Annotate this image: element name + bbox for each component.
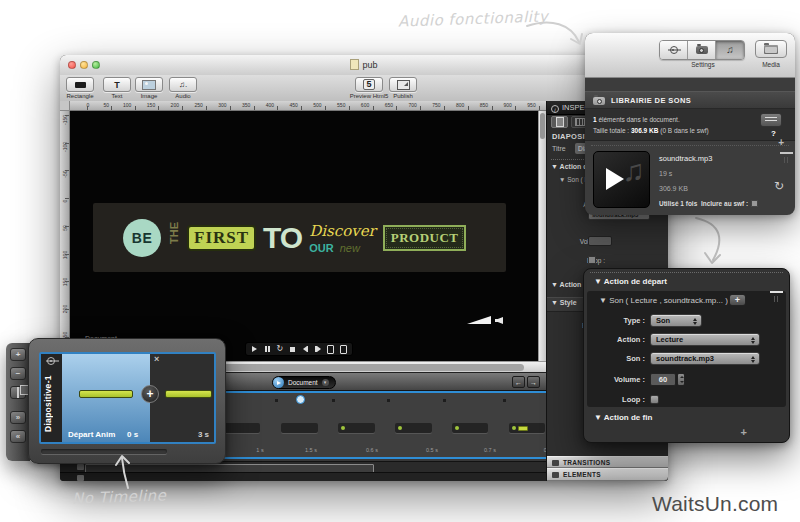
previous-slide-button[interactable]: ← (512, 376, 525, 388)
banner-discover: Discover (309, 222, 375, 240)
banner-be-circle: BE (123, 219, 161, 257)
add-end-action-button[interactable]: + (741, 426, 747, 438)
canvas[interactable]: BE THE FIRST TO Discover OUR new PRODUCT (70, 111, 538, 361)
elements-icon (552, 472, 559, 478)
slide-item[interactable]: Diapositive-1 + × Départ Anim 0 s 3 s (39, 352, 216, 444)
keyframe-marker[interactable] (503, 399, 506, 402)
gear-icon[interactable] (47, 357, 55, 365)
text-tool-button[interactable]: T Text (100, 77, 134, 99)
elements-bar[interactable]: ELEMENTS (547, 468, 668, 481)
step-back-button[interactable] (301, 345, 310, 354)
transitions-bar[interactable]: TRANSITIONS (547, 456, 668, 468)
refresh-sound-button[interactable]: ↻ (774, 180, 784, 192)
timeline-slot[interactable] (395, 423, 432, 433)
add-keyframe-button[interactable]: + (141, 385, 159, 403)
sound-thumbnail[interactable]: ♫ (593, 151, 650, 208)
image-tool-button[interactable]: Image (132, 77, 166, 99)
text-icon: T (114, 80, 120, 90)
loop-label: Loop : (547, 257, 605, 264)
timeline-slot[interactable] (281, 423, 318, 433)
toolbar: Rectangle T Text Image ♫. Audio 5 Previe… (60, 75, 668, 102)
step-forward-button[interactable] (314, 345, 323, 354)
row-icon (77, 475, 84, 481)
loop-button[interactable]: ↻ (275, 345, 284, 354)
slide-strip-toolbar: + − » « (6, 343, 30, 461)
close-icon[interactable]: × (154, 354, 159, 364)
volume-wedge-icon (467, 316, 491, 324)
volume-stepper[interactable] (677, 373, 685, 386)
timeline-slot[interactable] (338, 423, 375, 433)
sound-library-panel: ♫ Settings Media LIBRAIRIE DE SONS 1 élé… (585, 33, 795, 215)
loop-checkbox[interactable] (588, 256, 596, 264)
son-row-header[interactable]: ▼ Son ( Lecture , soundtrack.mp... ) (599, 296, 728, 305)
action-fin-header[interactable]: ▼ Action de fin (584, 409, 789, 426)
banner-product: PRODUCT (383, 225, 467, 251)
keyframe-marker[interactable] (387, 399, 390, 402)
tab-slide[interactable] (551, 116, 568, 128)
remove-slide-button[interactable]: − (10, 367, 26, 380)
next-slide-button[interactable]: → (527, 376, 540, 388)
volume-field[interactable] (588, 236, 612, 246)
titlebar[interactable]: pub (60, 55, 668, 76)
sound-size: 306.9 KB (659, 185, 688, 192)
sound-meta: Utilisé 1 fois Inclure au swf : (659, 200, 758, 207)
settings-segmented-control: ♫ (659, 40, 745, 60)
window-title: pub (60, 59, 668, 70)
style-header[interactable]: ▼ Style (551, 299, 577, 306)
timeline-slot[interactable] (452, 423, 488, 433)
add-sound-button[interactable]: + (778, 137, 784, 148)
banner-artwork[interactable]: BE THE FIRST TO Discover OUR new PRODUCT (93, 203, 506, 272)
timeline-slot[interactable] (221, 423, 260, 433)
keyframe-marker[interactable] (443, 399, 446, 402)
row-dropdown[interactable]: Lecture (650, 333, 760, 346)
animation-bar[interactable] (165, 390, 212, 398)
rectangle-tool-button[interactable]: Rectangle (58, 77, 102, 99)
document-scope-button[interactable]: Document ▾ (272, 376, 336, 389)
playhead-marker[interactable] (296, 395, 305, 404)
move-forward-button[interactable]: » (10, 411, 26, 424)
add-action-button[interactable]: + (729, 294, 746, 306)
duplicate-slide-button[interactable] (10, 386, 26, 399)
slide-start-section[interactable] (62, 354, 150, 442)
speaker-icon (495, 317, 503, 324)
keyframe-marker[interactable] (275, 399, 278, 402)
include-swf-checkbox[interactable] (751, 200, 758, 207)
keyframe-marker[interactable] (332, 399, 335, 402)
animation-bar[interactable] (79, 390, 133, 398)
banner-volume-control[interactable] (467, 316, 503, 324)
add-slide-button[interactable]: + (10, 348, 26, 361)
loop-checkbox[interactable] (650, 395, 659, 404)
settings-gear-tab[interactable] (660, 41, 688, 59)
export-2-button[interactable] (339, 345, 348, 354)
settings-sound-tab[interactable]: ♫ (716, 41, 744, 59)
slide-name-strip: Diapositive-1 (41, 354, 63, 442)
anim-dot-icon (398, 426, 402, 430)
slide-end-section[interactable] (150, 354, 214, 442)
canvas-vertical-scrollbar[interactable] (538, 111, 546, 361)
action-depart-header[interactable]: ▼ Action de départ (584, 274, 789, 290)
camera-icon (593, 97, 605, 105)
timeline-slot[interactable] (509, 423, 545, 433)
export-1-button[interactable] (326, 345, 335, 354)
play-button[interactable] (250, 345, 259, 354)
audio-tool-button[interactable]: ♫. Audio (164, 77, 202, 99)
help-button[interactable]: ? (771, 129, 776, 138)
banner-first: FIRST (187, 225, 256, 251)
banner-to: TO (263, 221, 302, 255)
settings-media-tab[interactable] (688, 41, 716, 59)
row-dropdown[interactable]: Son (650, 314, 702, 327)
pause-button[interactable] (263, 345, 272, 354)
media-button[interactable] (755, 40, 787, 58)
row-dropdown[interactable]: soundtrack.mp3 (650, 352, 760, 365)
publish-button[interactable]: Publish (382, 77, 424, 99)
volume-field[interactable]: 60 (650, 373, 676, 386)
list-view-button[interactable] (760, 113, 782, 127)
move-backward-button[interactable]: « (10, 430, 26, 443)
chevron-down-icon[interactable]: ▾ (322, 379, 329, 386)
stop-button[interactable] (288, 345, 297, 354)
scroll-thumb[interactable] (540, 113, 545, 139)
volume-label: Volume : (587, 375, 650, 384)
audio-icon: ♫. (179, 80, 187, 89)
action-body: ▼ Son ( Lecture , soundtrack.mp... ) + T… (587, 291, 786, 407)
play-icon (273, 377, 284, 388)
